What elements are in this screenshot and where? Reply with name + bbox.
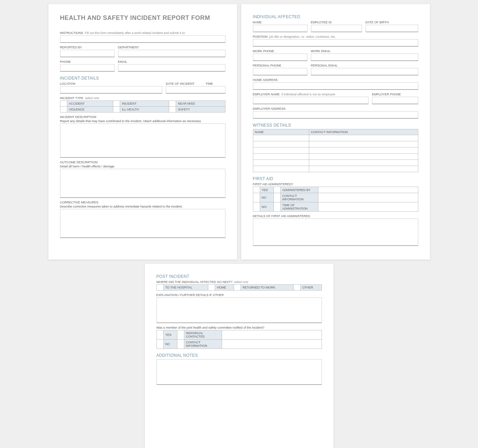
check-fa-admin-by[interactable] <box>273 187 280 193</box>
ia-empphone-label: EMPLOYER PHONE <box>372 93 418 96</box>
witness-name-cell[interactable] <box>253 141 309 148</box>
check-ill-health[interactable] <box>113 107 120 113</box>
pi-committee-grid: YES INDIVIDUAL CONTACTED NO CONTACT INFO… <box>156 330 322 349</box>
outcome-description-sub: Detail all harm / health effects / damag… <box>60 165 225 168</box>
corrective-measures-input[interactable] <box>60 209 225 238</box>
ia-empphone-input[interactable] <box>372 97 418 104</box>
pi-contact-input[interactable] <box>222 340 322 349</box>
check-other[interactable] <box>293 285 300 291</box>
check-fa-no[interactable] <box>253 193 260 202</box>
post-incident-where-grid: TO THE HOSPITAL HOME RETURNED TO WORK OT… <box>156 284 322 291</box>
outcome-description-input[interactable] <box>60 169 225 198</box>
phone-label: PHONE <box>60 60 115 63</box>
ia-empname-input[interactable] <box>253 97 369 104</box>
email-label: EMAIL <box>118 60 225 63</box>
check-fa-contact[interactable] <box>273 193 280 202</box>
fa-time-label: TIME OF ADMINSTRATION <box>280 202 318 212</box>
pi-explanation-input[interactable] <box>156 297 322 323</box>
fa-admin-by-label: ADMINISTERED BY <box>280 187 318 193</box>
fa-admin-by-input[interactable] <box>318 187 418 193</box>
incident-type-grid: ACCIDENT INCIDENT NEAR MISS VIOLENCE ILL… <box>60 101 225 113</box>
witness-table: NAME CONTACT INFORMATION <box>253 129 418 172</box>
ia-persemail-input[interactable] <box>311 68 418 75</box>
reported-by-input[interactable] <box>60 50 115 57</box>
check-home[interactable] <box>208 285 215 291</box>
check-hospital[interactable] <box>156 285 163 291</box>
check-pi-no[interactable] <box>156 340 163 349</box>
check-pi-contact[interactable] <box>177 340 184 349</box>
opt-ill-health: ILL HEALTH <box>120 107 169 113</box>
ia-empid-label: EMPLOYEE ID <box>311 21 362 24</box>
ia-persphone-input[interactable] <box>253 68 307 75</box>
check-fa-na[interactable] <box>253 202 260 212</box>
witness-name-cell[interactable] <box>253 148 309 154</box>
ia-workemail-label: WORK EMAIL <box>311 49 418 53</box>
check-incident[interactable] <box>113 101 120 107</box>
department-input[interactable] <box>118 50 225 57</box>
fa-contact-label: CONTACT INFORMATION <box>280 193 318 202</box>
witness-name-cell[interactable] <box>253 166 309 172</box>
additional-notes-input[interactable] <box>156 359 322 385</box>
corrective-measures-label: CORRECTIVE MEASURES <box>60 201 225 204</box>
page-2: INDIVIDUAL AFFECTED NAME EMPLOYEE ID DAT… <box>241 4 430 260</box>
individual-affected-heading: INDIVIDUAL AFFECTED <box>253 14 418 19</box>
check-safety[interactable] <box>169 107 176 113</box>
incident-description-input[interactable] <box>60 123 225 158</box>
witness-name-cell[interactable] <box>253 160 309 166</box>
check-fa-time[interactable] <box>273 202 280 212</box>
ia-position-input[interactable] <box>253 39 418 47</box>
fa-details-input[interactable] <box>253 219 418 246</box>
ia-homeaddr-label: HOME ADDRESS <box>253 78 418 82</box>
witness-name-cell[interactable] <box>253 135 309 141</box>
witness-contact-cell[interactable] <box>309 141 418 148</box>
ia-dob-input[interactable] <box>365 25 418 32</box>
instructions-label: INSTRUCTIONS Fill out this form immediat… <box>60 31 225 35</box>
witness-contact-cell[interactable] <box>309 148 418 154</box>
pi-contact-label: CONTACT INFORMATION <box>184 340 222 349</box>
first-aid-grid: YES ADMINISTERED BY NO CONTACT INFORMATI… <box>253 187 418 212</box>
check-violence[interactable] <box>60 107 67 113</box>
ia-homeaddr-input[interactable] <box>253 82 418 90</box>
page-3: POST INCIDENT WHERE DID THE INDIVIDUAL A… <box>145 264 334 448</box>
fa-time-input[interactable] <box>318 202 418 212</box>
witness-name-cell[interactable] <box>253 154 309 160</box>
ia-name-input[interactable] <box>253 25 307 32</box>
witness-contact-cell[interactable] <box>309 135 418 141</box>
witness-contact-cell[interactable] <box>309 160 418 166</box>
ia-empaddr-input[interactable] <box>253 111 418 119</box>
location-label: LOCATION <box>60 82 163 85</box>
witness-contact-cell[interactable] <box>309 166 418 172</box>
witness-contact-cell[interactable] <box>309 154 418 160</box>
ia-persemail-label: PERSONAL EMAIL <box>311 64 418 67</box>
ia-empid-input[interactable] <box>311 25 362 32</box>
incident-description-label: INCIDENT DESCRIPTION <box>60 115 225 119</box>
pi-indiv-input[interactable] <box>222 330 322 340</box>
date-of-incident-input[interactable] <box>166 86 225 94</box>
opt-returned: RETURNED TO WORK <box>241 285 294 291</box>
ia-workphone-input[interactable] <box>253 54 307 61</box>
check-accident[interactable] <box>60 101 67 107</box>
ia-empaddr-label: EMPLOYER ADDRESS <box>253 107 418 110</box>
opt-home: HOME <box>215 285 234 291</box>
fa-details-label: DETAILS OF FIRST AID ADMINISTERED <box>253 214 418 218</box>
ia-name-label: NAME <box>253 21 307 24</box>
opt-accident: ACCIDENT <box>67 101 113 107</box>
opt-near-miss: NEAR MISS <box>176 101 225 107</box>
check-near-miss[interactable] <box>169 101 176 107</box>
opt-fa-yes: YES <box>260 187 273 193</box>
check-pi-yes[interactable] <box>156 330 163 340</box>
pi-committee-q: Was a member of the joint health and saf… <box>156 326 322 329</box>
fa-contact-input[interactable] <box>318 193 418 202</box>
page-1: HEALTH AND SAFETY INCIDENT REPORT FORM I… <box>48 4 237 260</box>
ia-position-label: POSITION job title or designation, i.e. … <box>253 35 418 38</box>
check-pi-indiv[interactable] <box>177 330 184 340</box>
form-title: HEALTH AND SAFETY INCIDENT REPORT FORM <box>60 14 225 22</box>
ia-workemail-input[interactable] <box>311 54 418 61</box>
opt-pi-no: NO <box>163 340 177 349</box>
email-input[interactable] <box>118 64 225 72</box>
first-aid-heading: FIRST AID <box>253 176 418 181</box>
check-returned[interactable] <box>234 285 241 291</box>
instructions-input[interactable] <box>60 35 225 43</box>
check-fa-yes[interactable] <box>253 187 260 193</box>
phone-input[interactable] <box>60 64 115 72</box>
